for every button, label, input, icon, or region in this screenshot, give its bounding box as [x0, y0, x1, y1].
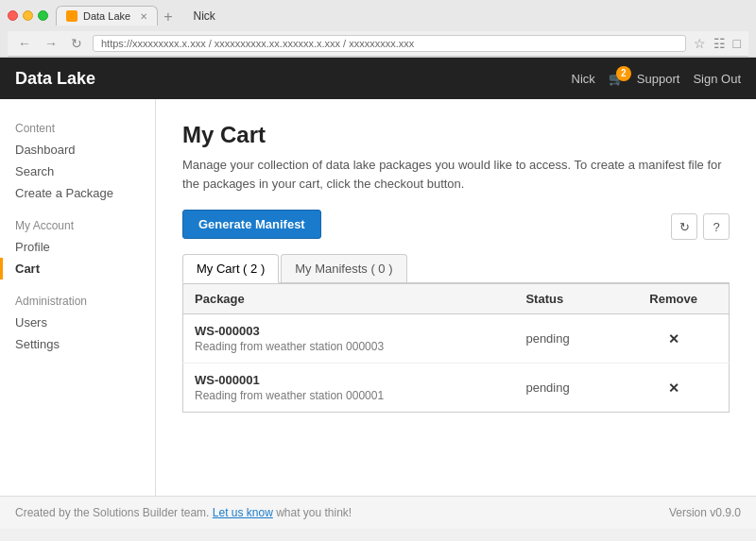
top-nav-right: Nick 🛒 2 Support Sign Out	[572, 72, 741, 86]
col-header-status: Status	[514, 284, 618, 314]
cell-status-1: pending	[514, 363, 618, 413]
tab-cart[interactable]: My Cart ( 2 )	[182, 254, 279, 283]
sidebar-account-section: My Account Profile Cart	[0, 211, 155, 279]
support-link[interactable]: Support	[637, 72, 680, 86]
refresh-button[interactable]: ↻	[68, 36, 85, 51]
cart-icon-wrap: 🛒 2	[609, 72, 624, 86]
pkg-name-0: WS-000003	[195, 324, 503, 338]
col-header-remove: Remove	[618, 284, 729, 314]
address-bar-row: ← → ↻ ☆ ☷ □	[8, 31, 748, 57]
new-tab-button[interactable]: +	[158, 8, 178, 25]
remove-button-0[interactable]: ✕	[629, 331, 717, 347]
tab-favicon	[66, 10, 77, 22]
footer: Created by the Solutions Builder team. L…	[0, 496, 756, 529]
sidebar: Content Dashboard Search Create a Packag…	[0, 99, 156, 496]
app-title: Data Lake	[15, 69, 95, 89]
cart-count-badge: 2	[616, 66, 631, 81]
help-button[interactable]: ?	[703, 213, 730, 240]
minimize-button[interactable]	[23, 10, 33, 21]
tab-bar: Data Lake ✕ +	[56, 6, 179, 25]
cell-remove-0: ✕	[618, 314, 729, 363]
tab-title: Data Lake	[83, 10, 130, 22]
maximize-button[interactable]	[38, 10, 48, 21]
footer-text: Created by the Solutions Builder team. L…	[15, 506, 352, 519]
browser-icons: ☆ ☷ □	[694, 36, 741, 51]
col-header-package: Package	[183, 284, 515, 314]
nav-user-label: Nick	[572, 72, 595, 86]
traffic-lights	[8, 10, 48, 21]
sidebar-item-settings[interactable]: Settings	[0, 333, 155, 355]
tabs: My Cart ( 2 ) My Manifests ( 0 )	[182, 254, 730, 283]
cell-remove-1: ✕	[618, 363, 729, 413]
page-title: My Cart	[182, 122, 730, 148]
signout-link[interactable]: Sign Out	[693, 72, 741, 86]
top-nav: Data Lake Nick 🛒 2 Support Sign Out	[0, 58, 756, 99]
pkg-name-1: WS-000001	[195, 373, 503, 387]
sidebar-admin-title: Administration	[0, 287, 155, 312]
sidebar-item-dashboard[interactable]: Dashboard	[0, 139, 155, 161]
sidebar-account-title: My Account	[0, 211, 155, 236]
tab-manifests[interactable]: My Manifests ( 0 )	[281, 254, 406, 282]
browser-user-label: Nick	[194, 9, 215, 23]
browser-chrome: Data Lake ✕ + Nick ← → ↻ ☆ ☷ □	[0, 0, 756, 58]
status-text-1: pending	[525, 380, 569, 395]
sidebar-content-title: Content	[0, 114, 155, 139]
action-bar: Generate Manifest ↻ ?	[182, 210, 730, 254]
status-text-0: pending	[525, 331, 569, 346]
footer-text-before: Created by the Solutions Builder team.	[15, 506, 213, 519]
cell-package-0: WS-000003 Reading from weather station 0…	[183, 314, 515, 363]
pkg-desc-1: Reading from weather station 000001	[195, 389, 503, 402]
footer-link[interactable]: Let us know	[213, 506, 273, 519]
tab-close-icon[interactable]: ✕	[140, 11, 147, 22]
generate-manifest-button[interactable]: Generate Manifest	[182, 210, 321, 239]
app: Data Lake Nick 🛒 2 Support Sign Out Cont…	[0, 58, 756, 529]
table-row: WS-000001 Reading from weather station 0…	[183, 363, 730, 413]
page-content: My Cart Manage your collection of data l…	[156, 99, 756, 496]
page-description: Manage your collection of data lake pack…	[182, 156, 730, 193]
cart-table: Package Status Remove WS-000003 Reading …	[182, 283, 730, 413]
sidebar-item-cart[interactable]: Cart	[0, 258, 155, 279]
sidebar-item-users[interactable]: Users	[0, 312, 155, 333]
main-area: Content Dashboard Search Create a Packag…	[0, 99, 756, 496]
table-row: WS-000003 Reading from weather station 0…	[183, 314, 730, 363]
forward-button[interactable]: →	[42, 36, 60, 51]
sidebar-content-section: Content Dashboard Search Create a Packag…	[0, 114, 155, 204]
back-button[interactable]: ←	[15, 36, 34, 51]
sidebar-admin-section: Administration Users Settings	[0, 287, 155, 355]
close-button[interactable]	[8, 10, 18, 21]
footer-version: Version v0.9.0	[669, 506, 741, 519]
sidebar-item-profile[interactable]: Profile	[0, 236, 155, 258]
reader-icon[interactable]: ☷	[713, 36, 726, 51]
action-bar-right: ↻ ?	[671, 213, 730, 240]
refresh-button[interactable]: ↻	[671, 213, 697, 240]
cell-status-0: pending	[514, 314, 618, 363]
remove-button-1[interactable]: ✕	[629, 380, 717, 396]
bookmark-icon[interactable]: ☆	[694, 36, 706, 51]
address-bar[interactable]	[93, 35, 686, 52]
footer-text-after: what you think!	[273, 506, 352, 519]
cart-button[interactable]: 🛒 2	[609, 72, 624, 86]
sidebar-item-search[interactable]: Search	[0, 161, 155, 182]
browser-tab-active[interactable]: Data Lake ✕	[56, 6, 158, 25]
sidebar-item-create-package[interactable]: Create a Package	[0, 182, 155, 204]
share-icon[interactable]: □	[733, 36, 741, 51]
pkg-desc-0: Reading from weather station 000003	[195, 340, 503, 353]
cell-package-1: WS-000001 Reading from weather station 0…	[183, 363, 515, 413]
